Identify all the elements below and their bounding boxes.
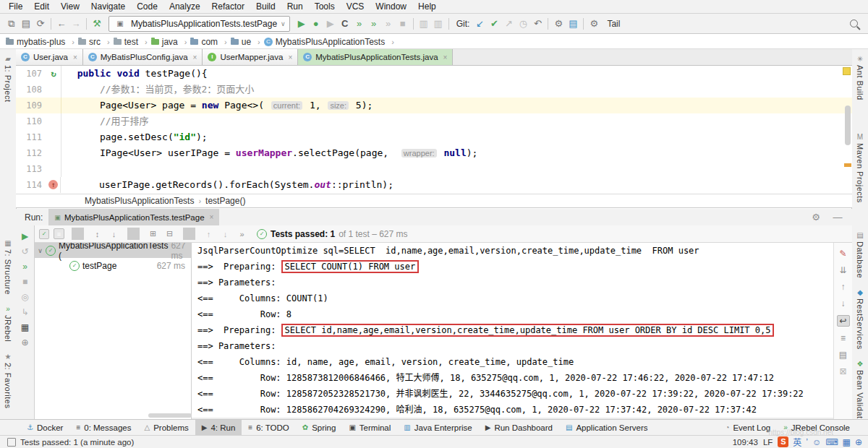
run-configuration-select[interactable]: ▣ MybatisPlusApplicationTests.testPage ∨	[109, 16, 290, 32]
console-action-icon[interactable]: ▤	[838, 350, 849, 360]
tail-button[interactable]: Tail	[607, 19, 620, 29]
console-action-icon[interactable]: ↑	[838, 282, 849, 292]
git-action-icon[interactable]: ✔	[487, 17, 501, 31]
menu-item[interactable]: View	[55, 1, 85, 12]
menu-item[interactable]: File	[3, 1, 28, 12]
search-icon[interactable]	[850, 20, 858, 27]
code-line[interactable]: 114 ↑ userIPage.getRecords().forEach(Sys…	[16, 177, 852, 193]
menu-item[interactable]: VCS	[341, 1, 370, 12]
toolbar-run-icon[interactable]: ■	[396, 17, 410, 31]
run-panel-action-icon[interactable]: ■	[20, 277, 31, 287]
git-action-icon[interactable]: ↙	[472, 17, 487, 31]
console-action-icon[interactable]: ⇊	[838, 265, 849, 275]
toolbar-icon[interactable]: ⚒	[90, 17, 104, 31]
ime-icon[interactable]: ⊕	[855, 437, 862, 447]
menu-item[interactable]: Run	[281, 1, 309, 12]
tool-window-button[interactable]: ◆ RestServices	[856, 288, 864, 350]
ime-icon[interactable]: 英	[793, 436, 801, 448]
code-line[interactable]: 107 ↻ public void testPage(){	[16, 66, 852, 82]
tool-window-button[interactable]: △ Problems	[137, 420, 195, 435]
breadcrumb-item[interactable]: test ›	[114, 37, 151, 47]
toolbar-run-icon[interactable]: »	[381, 17, 396, 31]
gutter-icon[interactable]	[46, 145, 61, 161]
breadcrumb-item[interactable]: src ›	[78, 37, 114, 47]
toolbar-run-icon[interactable]	[413, 18, 414, 30]
test-toolbar-icon[interactable]	[183, 228, 195, 240]
console-action-icon[interactable]: ≡	[838, 333, 849, 343]
test-toolbar-icon[interactable]: ✓	[39, 229, 49, 239]
menu-item[interactable]: Edit	[28, 1, 55, 12]
code-line[interactable]: 110 //用于排序	[16, 113, 852, 129]
breadcrumb-item[interactable]: java ›	[151, 37, 191, 47]
editor-tab[interactable]: C MyBatisPlusConfig.java ×	[83, 49, 203, 65]
console-action-icon[interactable]: ✎	[838, 249, 849, 259]
panel-header-icon[interactable]: —	[830, 210, 845, 225]
toolbar-icon[interactable]: ←	[54, 17, 69, 31]
console-action-icon[interactable]: ⊠	[838, 366, 849, 376]
horizontal-scrollbar[interactable]	[148, 413, 192, 418]
breadcrumb-item[interactable]: com ›	[190, 37, 230, 47]
gutter-icon[interactable]: ↑	[48, 180, 58, 189]
run-panel-action-icon[interactable]: »	[20, 262, 31, 272]
line-ending-indicator[interactable]: LF	[763, 438, 773, 447]
menu-item[interactable]: Build	[250, 1, 281, 12]
toolbar-icon[interactable]	[583, 18, 584, 30]
toolbar-run-icon[interactable]: ▥	[417, 17, 431, 31]
test-toolbar-icon[interactable]: ⊟	[163, 228, 176, 240]
test-tree-row[interactable]: ∨ ✓ MybatisPlusApplicationTests ( 627 ms	[35, 243, 191, 258]
test-toolbar-icon[interactable]: ↓	[219, 228, 231, 240]
scrollbar-thumb[interactable]	[845, 105, 851, 145]
menu-item[interactable]: Help	[412, 1, 442, 12]
code-editor[interactable]: 107 ↻ public void testPage(){ 108 //参数1：…	[16, 66, 852, 194]
git-action-icon[interactable]: ↗	[501, 17, 516, 31]
toolbar-icon[interactable]: ⚙	[587, 17, 601, 31]
gutter-icon[interactable]	[46, 113, 61, 129]
close-icon[interactable]: ×	[73, 53, 77, 61]
tool-window-button[interactable]: ▣ Terminal	[342, 420, 397, 435]
test-toolbar-icon[interactable]: ≡	[54, 228, 64, 239]
menu-item[interactable]: Analyze	[163, 1, 206, 12]
tool-window-button[interactable]: ▶ Run Dashboard	[479, 420, 559, 435]
tool-window-button[interactable]: ◔ Event Log	[718, 420, 777, 435]
tool-window-button[interactable]: » JRebel	[4, 305, 12, 342]
toolbar-icon[interactable]: ⟳	[33, 17, 48, 31]
tool-window-button[interactable]: ▥ Java Enterprise	[397, 420, 478, 435]
test-toolbar-icon[interactable]: ⊞	[147, 228, 159, 240]
code-line[interactable]: 108 //参数1：当前页，参数2：页面大小	[16, 82, 852, 98]
toolbar-icon[interactable]: →	[69, 17, 83, 31]
close-icon[interactable]: ×	[193, 53, 197, 61]
gutter-icon[interactable]	[46, 161, 61, 177]
gutter-icon[interactable]	[46, 98, 61, 113]
test-toolbar-icon[interactable]	[127, 228, 140, 240]
breadcrumb-method[interactable]: testPage()	[205, 196, 245, 206]
code-line[interactable]: 113	[16, 161, 852, 177]
tool-window-button[interactable]: ▤ Database	[856, 231, 864, 278]
run-panel-action-icon[interactable]: ↳	[20, 307, 31, 317]
toolbar-icon[interactable]	[51, 18, 51, 30]
toolbar-icon[interactable]	[548, 18, 548, 30]
code-line[interactable]: 112 IPage<User> userIPage = userMapper.s…	[16, 145, 852, 161]
code-line[interactable]: 109 Page<User> page = new Page<>( curren…	[16, 98, 852, 113]
gutter-icon[interactable]: ↻	[46, 66, 61, 82]
toolbar-run-icon[interactable]: »	[352, 17, 367, 31]
editor-tab[interactable]: C User.java ×	[16, 49, 83, 65]
git-action-icon[interactable]: ↶	[530, 17, 545, 31]
tool-window-button[interactable]: ≡ 6: TODO	[242, 420, 295, 435]
test-toolbar-icon[interactable]	[72, 228, 84, 240]
toolbar-run-icon[interactable]: ●	[309, 17, 323, 31]
editor-tab[interactable]: I UserMapper.java ×	[203, 49, 298, 65]
toolbar-run-icon[interactable]: ▥	[431, 17, 446, 31]
ime-icon[interactable]: ⌨	[825, 437, 838, 447]
run-tab[interactable]: ▣ MybatisPlusApplicationTests.testPage ×	[48, 209, 219, 225]
git-action-icon[interactable]: ◷	[516, 17, 530, 31]
toolbar-run-icon[interactable]	[448, 18, 449, 30]
console-action-icon[interactable]: ↩	[837, 315, 850, 327]
tool-window-button[interactable]: ≡ 0: Messages	[69, 420, 137, 435]
run-panel-action-icon[interactable]: ▶	[20, 231, 31, 241]
tool-window-button[interactable]: ⚓ Docker	[20, 420, 69, 435]
tool-window-button[interactable]: ▦ 7: Structure	[4, 239, 12, 295]
test-toolbar-icon[interactable]: »	[236, 228, 248, 240]
tool-window-button[interactable]: » JRebel Console	[777, 420, 856, 435]
chevron-down-icon[interactable]: ∨	[38, 247, 43, 254]
test-toolbar-icon[interactable]: ↑	[203, 228, 215, 240]
